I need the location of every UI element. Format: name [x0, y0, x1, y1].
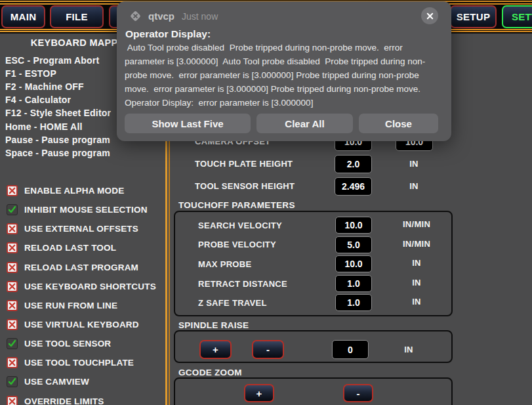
option-row[interactable]: USE CAMVIEW — [0, 372, 166, 391]
gcode-zoom-group: + - — [174, 377, 453, 405]
option-label: USE RUN FROM LINE — [24, 301, 117, 310]
touchoff-value-input[interactable]: 1.0 — [335, 294, 372, 311]
touchoff-row: PROBE VELOCITY 5.0 IN/MIN — [175, 235, 451, 255]
gcode-zoom-title: GCODE ZOOM — [178, 368, 242, 377]
option-label: RELOAD LAST TOOL — [24, 243, 116, 253]
checkbox[interactable] — [7, 262, 18, 273]
option-label: USE TOOL TOUCHPLATE — [24, 358, 134, 368]
touchoff-row: RETRACT DISTANCE 1.0 IN — [175, 274, 451, 293]
touchoff-value-input[interactable]: 5.0 — [335, 236, 372, 253]
gcode-zoom-plus-button[interactable]: + — [244, 384, 274, 402]
qtvcp-logo-icon — [129, 9, 142, 23]
notification-body-text: Auto Tool probe disabled Probe tripped d… — [125, 41, 441, 110]
option-row[interactable]: USE VIRTUAL KEYBOARD — [0, 315, 166, 334]
clear-all-button[interactable]: Clear All — [256, 114, 353, 133]
tool-sensor-height-input[interactable]: 2.496 — [335, 177, 372, 196]
checkbox[interactable] — [7, 223, 18, 234]
touchoff-row: Z SAFE TRAVEL 1.0 IN — [175, 293, 451, 312]
checkbox[interactable] — [7, 338, 18, 349]
spindle-raise-unit: IN — [388, 340, 429, 359]
option-row[interactable]: USE TOOL SENSOR — [0, 334, 166, 353]
x-mark-icon — [9, 302, 16, 309]
touchoff-row: MAX PROBE 10.0 IN — [175, 254, 451, 274]
touch-plate-height-unit: IN — [390, 155, 438, 173]
touchoff-unit: IN — [390, 297, 443, 307]
touchoff-unit: IN — [390, 258, 443, 268]
option-row[interactable]: RELOAD LAST TOOL — [0, 238, 166, 257]
checkbox[interactable] — [7, 242, 18, 253]
checkbox[interactable] — [7, 185, 18, 196]
checkbox[interactable] — [7, 319, 18, 330]
option-label: USE CAMVIEW — [24, 377, 89, 387]
check-mark-icon — [8, 377, 16, 386]
spindle-raise-value[interactable]: 0 — [332, 340, 369, 359]
check-mark-icon — [8, 205, 16, 214]
checkbox[interactable] — [7, 281, 18, 292]
checkbox[interactable] — [7, 376, 18, 387]
spindle-raise-group: + - 0 IN — [174, 330, 453, 363]
gcode-zoom-minus-button[interactable]: - — [343, 384, 373, 402]
touchoff-row-label: RETRACT DISTANCE — [198, 278, 287, 288]
x-mark-icon — [9, 225, 16, 232]
notification-timestamp: Just now — [182, 11, 218, 22]
option-row[interactable]: INHIBIT MOUSE SELECTION — [0, 200, 166, 219]
x-mark-icon — [9, 187, 16, 194]
show-last-five-button[interactable]: Show Last Five — [125, 114, 251, 133]
option-row[interactable]: USE EXTERNAL OFFSETS — [0, 219, 166, 238]
touch-plate-height-input[interactable]: 2.0 — [335, 155, 372, 173]
touchoff-unit: IN/MIN — [390, 239, 443, 249]
tool-sensor-height-label: TOOL SENSOR HEIGHT — [195, 177, 295, 196]
option-row[interactable]: USE RUN FROM LINE — [0, 296, 166, 315]
option-label: OVERRIDE LIMITS — [24, 396, 104, 405]
option-label: USE VIRTUAL KEYBOARD — [24, 320, 139, 330]
keyboard-mapping-item: Space - Pause program — [5, 146, 164, 160]
checkbox[interactable] — [7, 300, 18, 311]
option-label: USE EXTERNAL OFFSETS — [24, 224, 138, 234]
tool-sensor-height-unit: IN — [390, 177, 438, 196]
x-mark-icon — [9, 359, 16, 366]
touchoff-parameters-group: SEARCH VELOCITY 10.0 IN/MIN PROBE VELOCI… — [174, 211, 453, 316]
touchoff-parameters-title: TOUCHOFF PARAMETERS — [178, 200, 295, 210]
tab-setup[interactable]: SETUP — [450, 5, 497, 28]
touchoff-row-label: Z SAFE TRAVEL — [198, 298, 267, 308]
tab-file[interactable]: FILE — [50, 5, 104, 28]
option-label: USE KEYBOARD SHORTCUTS — [24, 282, 156, 291]
option-row[interactable]: ENABLE ALPHA MODE — [0, 181, 166, 200]
tab-settings-active[interactable]: SETTINGS — [502, 5, 532, 28]
spindle-raise-title: SPINDLE RAISE — [178, 320, 249, 330]
x-mark-icon — [9, 321, 16, 328]
checkbox[interactable] — [7, 204, 18, 215]
option-label: INHIBIT MOUSE SELECTION — [24, 205, 148, 215]
tab-main[interactable]: MAIN — [1, 5, 45, 28]
close-icon — [426, 12, 434, 20]
option-row[interactable]: USE TOOL TOUCHPLATE — [0, 353, 166, 372]
touchoff-row-label: SEARCH VELOCITY — [198, 220, 282, 230]
checkbox[interactable] — [7, 357, 18, 368]
options-checkbox-list: ENABLE ALPHA MODE INHIBIT MOUSE SELECTIO… — [0, 181, 166, 405]
spindle-raise-minus-button[interactable]: - — [252, 340, 284, 359]
touchoff-value-input[interactable]: 10.0 — [335, 255, 372, 272]
check-mark-icon — [8, 339, 16, 348]
touchoff-value-input[interactable]: 1.0 — [335, 275, 372, 292]
spindle-raise-plus-button[interactable]: + — [199, 340, 232, 359]
x-mark-icon — [9, 264, 16, 271]
close-button[interactable]: Close — [359, 114, 438, 133]
notification-popup: qtvcp Just now Operator Display: Auto To… — [117, 1, 451, 141]
notification-header: qtvcp Just now — [129, 9, 218, 23]
option-label: USE TOOL SENSOR — [24, 339, 111, 349]
notification-title: Operator Display: — [125, 28, 211, 40]
option-row[interactable]: USE KEYBOARD SHORTCUTS — [0, 277, 166, 296]
checkbox[interactable] — [7, 396, 18, 405]
touchoff-unit: IN/MIN — [390, 219, 443, 229]
x-mark-icon — [9, 398, 16, 405]
option-row[interactable]: OVERRIDE LIMITS — [0, 392, 166, 405]
settings-screen: MAIN FILE SETUP SETTINGS KEYBOARD MAPPIN… — [0, 0, 532, 405]
notification-app-name: qtvcp — [148, 11, 174, 22]
notification-close-button[interactable] — [421, 7, 438, 24]
touchoff-value-input[interactable]: 10.0 — [335, 217, 372, 234]
option-label: RELOAD LAST PROGRAM — [24, 263, 138, 272]
touchoff-row-label: MAX PROBE — [198, 259, 251, 268]
touchoff-row: SEARCH VELOCITY 10.0 IN/MIN — [175, 215, 451, 235]
option-label: ENABLE ALPHA MODE — [24, 186, 124, 196]
option-row[interactable]: RELOAD LAST PROGRAM — [0, 258, 166, 277]
